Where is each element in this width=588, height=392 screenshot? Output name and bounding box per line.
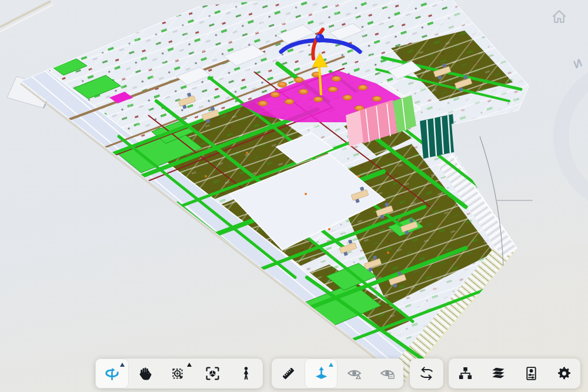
pan-button[interactable]	[129, 359, 162, 388]
section-button[interactable]	[305, 359, 338, 388]
model-tools-group	[272, 359, 403, 388]
home-view-button[interactable]	[549, 8, 569, 26]
gizmo-center-ball[interactable]	[316, 34, 325, 43]
gear-icon	[556, 366, 572, 381]
properties-button[interactable]	[514, 359, 547, 388]
swap-tools-group	[410, 359, 443, 388]
model-browser-button[interactable]	[449, 359, 482, 388]
orbit-icon	[104, 366, 120, 381]
layers-icon	[490, 366, 506, 381]
flyout-indicator	[329, 363, 333, 367]
home-icon	[549, 8, 569, 26]
flyout-indicator	[187, 363, 192, 367]
gizmo-ball-highlight	[317, 35, 320, 38]
first-person-icon	[238, 366, 254, 381]
measure-icon	[280, 366, 296, 381]
orbit-button[interactable]	[95, 359, 129, 388]
viewer-stage: И	[0, 0, 588, 392]
eye-warning-icon	[346, 366, 362, 381]
zoom-window-button[interactable]	[162, 359, 196, 388]
building-model	[0, 0, 588, 388]
pan-icon	[138, 366, 153, 381]
measurement-visibility-button[interactable]	[370, 359, 403, 388]
hidden-objects-visibility-button[interactable]	[338, 359, 370, 388]
settings-button[interactable]	[547, 359, 580, 388]
model-browser-icon	[457, 366, 473, 381]
section-icon	[313, 366, 329, 381]
zoom-window-icon	[171, 366, 187, 381]
first-person-button[interactable]	[229, 359, 263, 388]
flyout-indicator	[120, 363, 125, 367]
panel-tools-group	[449, 359, 580, 388]
swap-arrows-icon	[419, 366, 435, 381]
navigation-tools-group	[95, 359, 263, 388]
eye-badge-icon	[379, 366, 395, 381]
measure-button[interactable]	[272, 359, 305, 388]
fit-to-view-icon	[205, 366, 220, 381]
properties-icon	[523, 366, 539, 381]
layers-button[interactable]	[482, 359, 514, 388]
model-canvas[interactable]	[0, 0, 588, 392]
swap-views-button[interactable]	[410, 359, 443, 388]
fit-to-view-button[interactable]	[196, 359, 229, 388]
structure-sliver	[0, 1, 53, 32]
viewcube-compass-ring	[561, 67, 588, 206]
